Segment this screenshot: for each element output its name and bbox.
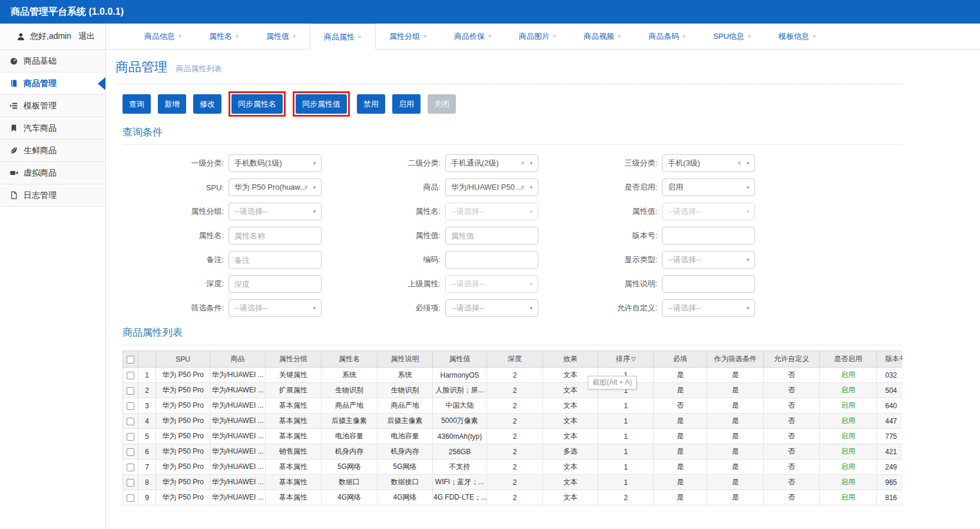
tab-close-icon[interactable]: ×	[552, 32, 557, 41]
tab-close-icon[interactable]: ×	[423, 32, 427, 41]
tab-0[interactable]: 商品信息×	[131, 24, 196, 49]
form-group: 是否启用:启用▼	[556, 178, 773, 196]
disable-button[interactable]: 禁用	[357, 94, 385, 114]
table-cell: 华为/HUAWEI ...	[210, 414, 266, 429]
table-row: 5华为 P50 Pro华为/HUAWEI ...基本属性电池容量电池容量4360…	[123, 429, 903, 444]
video-icon	[9, 168, 18, 177]
filter-cond-select[interactable]: --请选择--	[229, 299, 322, 317]
row-checkbox[interactable]	[127, 433, 134, 441]
attr-desc-input[interactable]	[662, 275, 755, 293]
attr-group-select[interactable]: --请选择--	[229, 203, 322, 220]
tab-strip: 商品信息×属性名×属性值×商品属性×属性分组×商品价保×商品图片×商品视频×商品…	[106, 24, 980, 49]
depth-input[interactable]	[229, 275, 322, 293]
row-checkbox[interactable]	[127, 387, 134, 395]
tab-4[interactable]: 属性分组×	[376, 24, 441, 49]
tab-9[interactable]: SPU信息×	[700, 24, 765, 49]
app-title: 商品管理平台系统 (1.0.0.1)	[11, 6, 124, 16]
enable-button[interactable]: 启用	[392, 94, 421, 114]
sidebar-item-fresh-goods[interactable]: 生鲜商品	[0, 140, 105, 162]
table-cell: 是	[654, 459, 707, 475]
code-input[interactable]	[445, 251, 538, 269]
tab-close-icon[interactable]: ×	[812, 32, 816, 41]
sidebar-item-goods-base[interactable]: 商品基础	[0, 50, 105, 72]
row-checkbox[interactable]	[127, 448, 134, 456]
sidebar-item-car-goods[interactable]: 汽车商品	[0, 117, 105, 140]
display-type-select[interactable]: --请选择--	[662, 251, 755, 269]
sort-desc-icon[interactable]: ▽	[631, 356, 636, 362]
remark-input[interactable]	[229, 251, 322, 269]
close-button[interactable]: 关闭	[428, 94, 456, 114]
table-cell: WIFI；蓝牙；...	[433, 475, 487, 490]
row-checkbox[interactable]	[127, 464, 134, 471]
tab-3[interactable]: 商品属性×	[310, 24, 376, 49]
tab-7[interactable]: 商品视频×	[570, 24, 635, 49]
clear-icon[interactable]: ×	[304, 183, 308, 191]
sync-attr-value-button[interactable]: 同步属性值	[296, 94, 347, 114]
tab-6[interactable]: 商品图片×	[505, 24, 570, 49]
select-all-checkbox[interactable]	[127, 356, 134, 363]
column-header-8[interactable]: 排序▽	[598, 351, 654, 368]
row-checkbox[interactable]	[127, 418, 134, 425]
clear-icon[interactable]: ×	[521, 183, 525, 191]
sidebar-item-template-manage[interactable]: 模板管理	[0, 95, 105, 117]
add-button[interactable]: 新增	[158, 94, 186, 114]
table-cell: 华为/HUAWEI ...	[210, 475, 266, 490]
logout-link[interactable]: 退出	[78, 31, 95, 42]
form-row: 属性分组:--请选择--▼属性名:--请选择--▼属性值:--请选择--▼	[122, 203, 902, 220]
table-cell: 电池容量	[378, 429, 433, 444]
sidebar-item-log-manage[interactable]: 日志管理	[0, 184, 105, 207]
category-level1-select[interactable]: 手机数码(1级)	[229, 154, 322, 172]
required-select[interactable]: --请选择--	[445, 299, 538, 317]
row-checkbox[interactable]	[127, 402, 134, 410]
clear-icon[interactable]: ×	[737, 159, 741, 167]
row-checkbox[interactable]	[127, 494, 134, 502]
attr-value-input[interactable]	[445, 227, 538, 244]
form-control	[662, 275, 755, 293]
table-row: 7华为 P50 Pro华为/HUAWEI ...基本属性5G网络5G网络不支持2…	[123, 459, 903, 475]
enabled-select[interactable]: 启用	[662, 178, 755, 196]
sync-attr-name-button[interactable]: 同步属性名	[231, 94, 283, 114]
tab-close-icon[interactable]: ×	[357, 33, 362, 41]
table-cell: 关键属性	[266, 368, 322, 383]
column-header-1: 商品	[210, 351, 266, 368]
tab-10[interactable]: 模板信息×	[765, 24, 830, 49]
row-checkbox-cell	[123, 429, 138, 444]
tab-close-icon[interactable]: ×	[178, 32, 182, 41]
table-cell: 商品产地	[378, 398, 433, 414]
tab-5[interactable]: 商品价保×	[441, 24, 505, 49]
clear-icon[interactable]: ×	[521, 159, 525, 167]
row-checkbox-cell	[123, 414, 138, 429]
form-control: --请选择--▼	[445, 275, 538, 293]
tab-2[interactable]: 属性值×	[253, 24, 310, 49]
table-row: 4华为 P50 Pro华为/HUAWEI ...基本属性后摄主像素后摄主像素50…	[123, 414, 903, 429]
form-group: 必须项:--请选择--▼	[339, 299, 556, 317]
allow-custom-select[interactable]: --请选择--	[662, 299, 755, 317]
row-index-cell: 2	[138, 383, 156, 398]
column-header-label: 排序	[616, 355, 630, 363]
sidebar-item-virtual-goods[interactable]: 虚拟商品	[0, 162, 105, 184]
form-control: 手机(3级)×▼	[662, 154, 755, 172]
sidebar-item-goods-manage[interactable]: 商品管理	[0, 72, 105, 95]
form-group: 属性说明:	[556, 275, 773, 293]
edit-button[interactable]: 修改	[193, 94, 221, 114]
table-cell: 系统	[378, 368, 433, 383]
table-cell: 否	[764, 444, 820, 459]
attr-name-input[interactable]	[229, 227, 322, 244]
version-input[interactable]	[662, 227, 755, 244]
tab-8[interactable]: 商品条码×	[635, 24, 700, 49]
form-group: 属性值:	[339, 227, 556, 244]
tab-1[interactable]: 属性名×	[196, 24, 253, 49]
form-group: 属性名:	[122, 227, 339, 244]
row-checkbox[interactable]	[127, 479, 134, 487]
row-checkbox[interactable]	[127, 372, 134, 379]
tab-close-icon[interactable]: ×	[235, 32, 239, 41]
tab-close-icon[interactable]: ×	[747, 32, 751, 41]
form-row: 一级分类:手机数码(1级)▼二级分类:手机通讯(2级)×▼三级分类:手机(3级)…	[122, 154, 902, 172]
tab-close-icon[interactable]: ×	[292, 32, 296, 41]
tab-close-icon[interactable]: ×	[682, 32, 686, 41]
column-header-12: 是否启用	[820, 351, 877, 368]
tab-close-icon[interactable]: ×	[488, 32, 492, 41]
query-button[interactable]: 查询	[122, 94, 151, 114]
tab-label: 商品视频	[584, 32, 614, 41]
tab-close-icon[interactable]: ×	[617, 32, 621, 41]
